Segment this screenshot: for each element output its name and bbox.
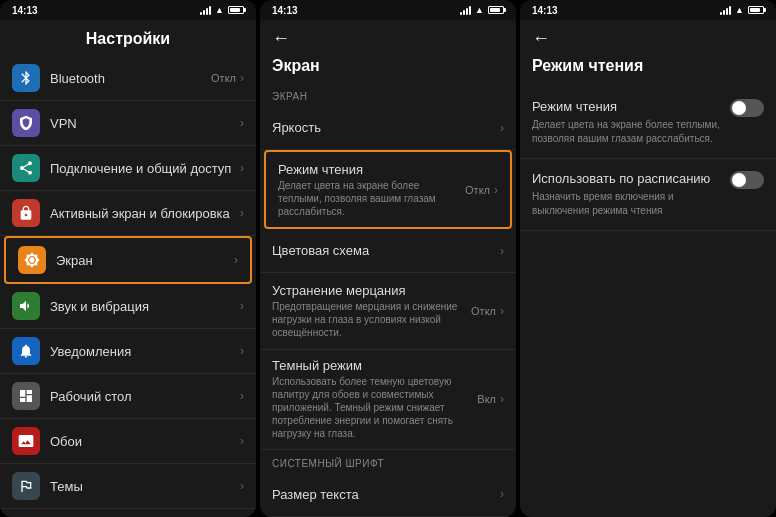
flicker-sublabel: Предотвращение мерцания и снижение нагру… (272, 300, 471, 339)
sound-icon (12, 292, 40, 320)
themes-chevron: › (240, 479, 244, 493)
screen-content: ← Экран ЭКРАН Яркость › Режим чтения Дел… (260, 20, 516, 517)
wifi-icon-2: ▲ (475, 5, 484, 15)
battery-icon (228, 6, 244, 14)
panel-reading-mode: 14:13 ▲ ← Режим чтения Режим чтения Дела… (520, 0, 776, 517)
screen-color-scheme-item[interactable]: Цветовая схема › (260, 229, 516, 273)
signal-icon (200, 6, 211, 15)
screen-back-button[interactable]: ← (272, 28, 290, 49)
time-1: 14:13 (12, 5, 38, 16)
dark-mode-sublabel: Использовать более темную цветовую палит… (272, 375, 477, 440)
sound-chevron: › (240, 299, 244, 313)
screen-reading-mode-item[interactable]: Режим чтения Делает цвета на экране боле… (264, 150, 512, 229)
reading-mode-value: Откл (465, 184, 490, 196)
settings-item-active-screen[interactable]: Активный экран и блокировка › (0, 191, 256, 236)
vpn-icon (12, 109, 40, 137)
reading-mode-toggle-item: Режим чтения Делает цвета на экране боле… (520, 87, 776, 159)
status-bar-3: 14:13 ▲ (520, 0, 776, 20)
reading-mode-back-button[interactable]: ← (532, 28, 550, 49)
schedule-item-sublabel: Назначить время включения и выключения р… (532, 190, 730, 218)
color-scheme-text: Цветовая схема (272, 243, 500, 258)
bluetooth-label: Bluetooth (50, 71, 211, 86)
connection-chevron: › (240, 161, 244, 175)
wifi-icon: ▲ (215, 5, 224, 15)
reading-mode-content: ← Режим чтения Режим чтения Делает цвета… (520, 20, 776, 517)
connection-label: Подключение и общий доступ (50, 161, 240, 176)
dark-mode-value: Вкл (477, 393, 496, 405)
color-scheme-label: Цветовая схема (272, 243, 500, 258)
notifications-text: Уведомления (50, 344, 240, 359)
settings-item-themes[interactable]: Темы › (0, 464, 256, 509)
settings-item-connection[interactable]: Подключение и общий доступ › (0, 146, 256, 191)
panel-settings: 14:13 ▲ Настройки Bluetooth (0, 0, 256, 517)
settings-item-wallpaper[interactable]: Обои › (0, 419, 256, 464)
settings-item-sound[interactable]: Звук и вибрация › (0, 284, 256, 329)
wallpaper-chevron: › (240, 434, 244, 448)
dark-mode-chevron: › (500, 392, 504, 406)
status-icons-3: ▲ (720, 5, 764, 15)
active-screen-label: Активный экран и блокировка (50, 206, 240, 221)
connection-text: Подключение и общий доступ (50, 161, 240, 176)
vpn-label: VPN (50, 116, 240, 131)
reading-mode-toggle-header: Режим чтения Делает цвета на экране боле… (532, 99, 764, 146)
desktop-icon (12, 382, 40, 410)
active-screen-icon (12, 199, 40, 227)
connection-icon (12, 154, 40, 182)
sound-text: Звук и вибрация (50, 299, 240, 314)
wallpaper-icon (12, 427, 40, 455)
time-2: 14:13 (272, 5, 298, 16)
reading-mode-toggle-switch[interactable] (730, 99, 764, 117)
bluetooth-chevron: › (240, 71, 244, 85)
settings-item-screen[interactable]: Экран › (4, 236, 252, 284)
reading-mode-sublabel: Делает цвета на экране более теплыми, по… (278, 179, 465, 218)
screen-chevron: › (234, 253, 238, 267)
settings-item-vpn[interactable]: VPN › (0, 101, 256, 146)
flicker-chevron: › (500, 304, 504, 318)
notifications-icon (12, 337, 40, 365)
screen-flicker-item[interactable]: Устранение мерцания Предотвращение мерца… (260, 273, 516, 349)
color-scheme-chevron: › (500, 244, 504, 258)
settings-item-notifications[interactable]: Уведомления › (0, 329, 256, 374)
themes-text: Темы (50, 479, 240, 494)
themes-label: Темы (50, 479, 240, 494)
schedule-toggle-item: Использовать по расписанию Назначить вре… (520, 159, 776, 231)
reading-mode-text: Режим чтения Делает цвета на экране боле… (278, 162, 465, 218)
bluetooth-text: Bluetooth (50, 71, 211, 86)
flicker-text: Устранение мерцания Предотвращение мерца… (272, 283, 471, 339)
settings-item-desktop[interactable]: Рабочий стол › (0, 374, 256, 419)
screen-title: Экран (260, 57, 516, 83)
active-screen-chevron: › (240, 206, 244, 220)
bluetooth-value: Откл (211, 72, 236, 84)
signal-icon-2 (460, 6, 471, 15)
settings-item-bluetooth[interactable]: Bluetooth Откл › (0, 56, 256, 101)
themes-icon (12, 472, 40, 500)
brightness-text: Яркость (272, 120, 500, 135)
screen-brightness-item[interactable]: Яркость › (260, 106, 516, 150)
notifications-chevron: › (240, 344, 244, 358)
settings-list: Bluetooth Откл › VPN › (0, 56, 256, 517)
vpn-text: VPN (50, 116, 240, 131)
schedule-item-title: Использовать по расписанию (532, 171, 722, 186)
reading-mode-item-label: Режим чтения Делает цвета на экране боле… (532, 99, 730, 146)
text-size-chevron: › (500, 487, 504, 501)
wallpaper-label: Обои (50, 434, 240, 449)
desktop-text: Рабочий стол (50, 389, 240, 404)
status-bar-2: 14:13 ▲ (260, 0, 516, 20)
schedule-toggle-switch[interactable] (730, 171, 764, 189)
bluetooth-icon (12, 64, 40, 92)
status-icons-1: ▲ (200, 5, 244, 15)
screen-icon (18, 246, 46, 274)
flicker-value: Откл (471, 305, 496, 317)
status-icons-2: ▲ (460, 5, 504, 15)
brightness-chevron: › (500, 121, 504, 135)
screen-text: Экран (56, 253, 234, 268)
screen-text-size-item[interactable]: Размер текста › (260, 473, 516, 517)
wifi-icon-3: ▲ (735, 5, 744, 15)
notifications-label: Уведомления (50, 344, 240, 359)
schedule-item-label: Использовать по расписанию Назначить вре… (532, 171, 730, 218)
desktop-chevron: › (240, 389, 244, 403)
screen-dark-mode-item[interactable]: Темный режим Использовать более темную ц… (260, 350, 516, 450)
reading-mode-item-title: Режим чтения (532, 99, 722, 114)
settings-item-passwords[interactable]: Пароли и безопасность › (0, 509, 256, 517)
reading-mode-item-sublabel: Делает цвета на экране более теплыми, по… (532, 118, 730, 146)
